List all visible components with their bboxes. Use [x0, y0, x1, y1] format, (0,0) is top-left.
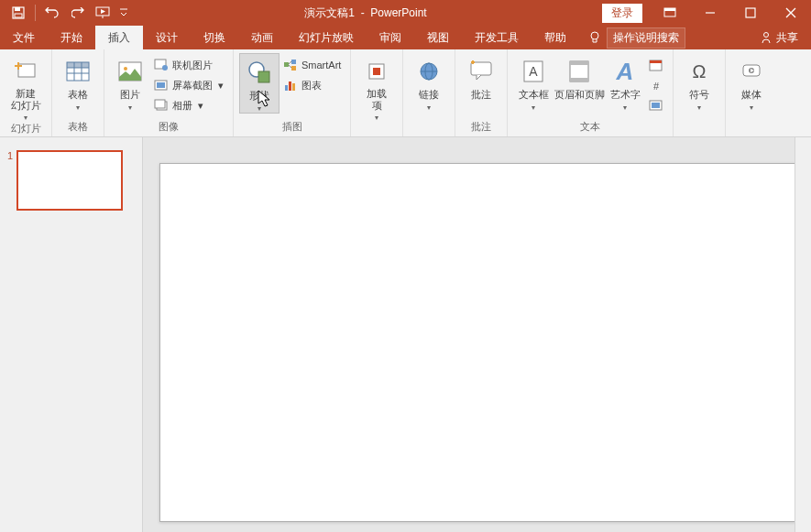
symbol-icon: Ω [685, 57, 714, 86]
new-slide-button[interactable]: 新建 幻灯片 ▾ [5, 53, 46, 122]
tell-me-label: 操作说明搜索 [607, 27, 685, 49]
svg-rect-7 [746, 8, 755, 17]
addins-button[interactable]: 加载 项 ▾ [356, 53, 397, 122]
media-icon [737, 57, 766, 86]
save-button[interactable] [7, 2, 29, 24]
tab-view[interactable]: 视图 [414, 26, 462, 49]
slide-thumbnail-1[interactable]: 1 [7, 150, 135, 211]
group-tables: 表格 ▾ 表格 [52, 49, 104, 136]
svg-rect-45 [570, 78, 588, 81]
header-footer-icon [564, 57, 594, 86]
tab-design[interactable]: 设计 [143, 26, 191, 49]
group-illustrations: 形状 ▾ SmartArt 图表 插图 [234, 49, 351, 136]
media-button[interactable]: 媒体 ▾ [731, 53, 772, 112]
photo-album-button[interactable]: 相册 ▾ [150, 95, 227, 115]
chart-button[interactable]: 图表 [279, 75, 345, 95]
svg-rect-32 [285, 85, 288, 91]
object-button[interactable] [645, 95, 667, 115]
tab-help[interactable]: 帮助 [532, 26, 579, 49]
tell-me-search[interactable]: 操作说明搜索 [579, 26, 695, 49]
svg-rect-27 [284, 62, 289, 67]
svg-rect-28 [291, 60, 296, 64]
group-images: 图片 ▾ 联机图片 屏幕截图 ▾ 相册 ▾ 图像 [104, 49, 234, 136]
group-addins: 加载 项 ▾ [351, 49, 403, 136]
album-icon [154, 98, 169, 113]
link-button[interactable]: 链接 ▾ [409, 53, 449, 112]
online-pictures-button[interactable]: 联机图片 [150, 55, 227, 75]
title-bar: 演示文稿1 - PowerPoint 登录 [0, 0, 811, 26]
object-icon [649, 98, 663, 113]
link-icon [414, 57, 444, 86]
quick-access-toolbar [0, 2, 129, 24]
lightbulb-icon [588, 31, 601, 44]
comment-button[interactable]: 批注 [461, 53, 501, 102]
undo-button[interactable] [41, 2, 63, 24]
redo-button[interactable] [67, 2, 89, 24]
svg-line-31 [289, 65, 291, 68]
group-slides: 新建 幻灯片 ▾ 幻灯片 [0, 49, 52, 136]
slide-number-button[interactable]: # [645, 75, 667, 95]
doc-name: 演示文稿1 [304, 6, 355, 19]
wordart-button[interactable]: A 艺术字 ▾ [605, 53, 645, 112]
wordart-icon: A [610, 57, 640, 86]
table-button[interactable]: 表格 ▾ [58, 53, 98, 112]
svg-rect-51 [652, 103, 660, 108]
tab-home[interactable]: 开始 [48, 26, 95, 49]
tab-file[interactable]: 文件 [0, 26, 48, 49]
shapes-icon [245, 58, 274, 87]
textbox-button[interactable]: A 文本框 ▾ [513, 53, 553, 112]
svg-rect-1 [15, 7, 20, 11]
maximize-button[interactable] [730, 0, 771, 26]
window-title: 演示文稿1 - PowerPoint [129, 5, 602, 21]
slide-edit-area[interactable] [143, 137, 811, 532]
svg-rect-26 [258, 71, 269, 82]
group-symbols: Ω 符号 ▾ [674, 49, 726, 136]
thumb-number: 1 [7, 150, 13, 211]
svg-text:A: A [616, 60, 634, 83]
comment-icon [466, 57, 496, 86]
svg-rect-5 [664, 8, 675, 11]
svg-point-8 [591, 32, 598, 39]
thumb-preview[interactable] [16, 150, 123, 211]
symbol-button[interactable]: Ω 符号 ▾ [679, 53, 719, 112]
svg-rect-29 [291, 66, 296, 71]
svg-line-30 [289, 61, 291, 64]
date-time-button[interactable] [645, 55, 667, 75]
smartart-button[interactable]: SmartArt [279, 55, 345, 75]
chart-icon [283, 78, 298, 92]
svg-point-9 [764, 33, 769, 38]
svg-text:#: # [653, 81, 660, 92]
close-button[interactable] [771, 0, 811, 26]
svg-rect-48 [650, 60, 662, 63]
qat-customize-button[interactable] [118, 2, 129, 24]
shapes-button[interactable]: 形状 ▾ [239, 53, 279, 114]
tab-insert[interactable]: 插入 [95, 26, 143, 49]
screenshot-button[interactable]: 屏幕截图 ▾ [150, 75, 227, 95]
tab-slideshow[interactable]: 幻灯片放映 [286, 26, 367, 49]
ribbon-display-button[interactable] [650, 0, 690, 26]
minimize-button[interactable] [690, 0, 730, 26]
share-button[interactable]: 共享 [747, 26, 811, 49]
start-from-beginning-button[interactable] [93, 2, 115, 24]
header-footer-button[interactable]: 页眉和页脚 [553, 53, 605, 102]
login-button[interactable]: 登录 [602, 4, 642, 23]
number-icon: # [649, 78, 663, 92]
slide-thumbnail-panel[interactable]: 1 [0, 137, 143, 532]
tab-review[interactable]: 审阅 [367, 26, 414, 49]
share-icon [760, 31, 773, 44]
ribbon-tabs: 文件 开始 插入 设计 切换 动画 幻灯片放映 审阅 视图 开发工具 帮助 操作… [0, 26, 811, 49]
svg-rect-34 [292, 83, 295, 91]
smartart-icon [283, 58, 298, 72]
pictures-button[interactable]: 图片 ▾ [110, 53, 150, 112]
svg-rect-33 [289, 81, 291, 91]
svg-text:Ω: Ω [693, 61, 707, 81]
tab-animations[interactable]: 动画 [238, 26, 286, 49]
svg-rect-22 [157, 82, 165, 88]
vertical-scrollbar[interactable] [795, 137, 811, 532]
slide-canvas[interactable] [159, 163, 795, 522]
svg-rect-24 [155, 100, 165, 108]
group-media: 媒体 ▾ [726, 49, 777, 136]
tab-developer[interactable]: 开发工具 [462, 26, 532, 49]
tab-transitions[interactable]: 切换 [191, 26, 238, 49]
table-icon [63, 57, 93, 86]
